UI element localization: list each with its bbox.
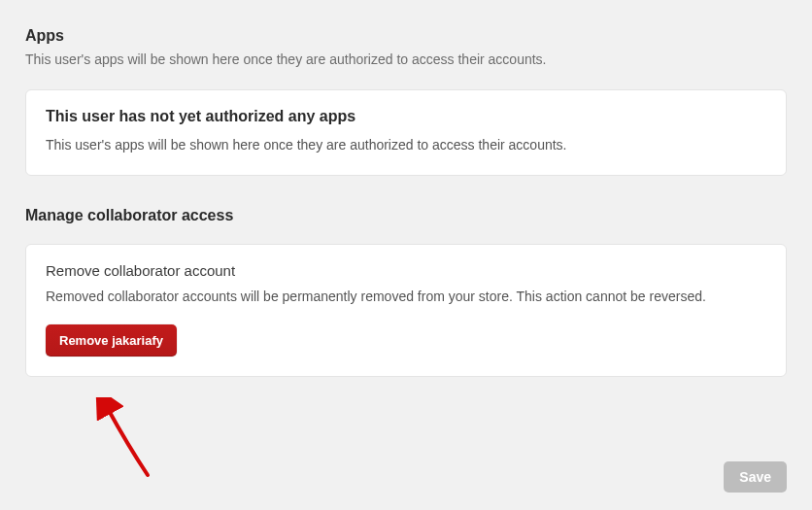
collaborator-section-title: Manage collaborator access <box>25 207 787 224</box>
remove-collaborator-button[interactable]: Remove jakariafy <box>46 324 177 357</box>
apps-section-description: This user's apps will be shown here once… <box>25 51 787 70</box>
collaborator-card: Remove collaborator account Removed coll… <box>25 244 787 378</box>
apps-empty-card: This user has not yet authorized any app… <box>25 89 787 176</box>
annotation-arrow-icon <box>89 397 167 485</box>
apps-section-title: Apps <box>25 27 787 45</box>
save-button[interactable]: Save <box>724 461 787 493</box>
apps-empty-title: This user has not yet authorized any app… <box>46 108 766 125</box>
remove-collaborator-body: Removed collaborator accounts will be pe… <box>46 287 766 308</box>
remove-collaborator-subtitle: Remove collaborator account <box>46 262 766 279</box>
apps-empty-text: This user's apps will be shown here once… <box>46 135 766 155</box>
settings-page: Apps This user's apps will be shown here… <box>0 0 812 510</box>
